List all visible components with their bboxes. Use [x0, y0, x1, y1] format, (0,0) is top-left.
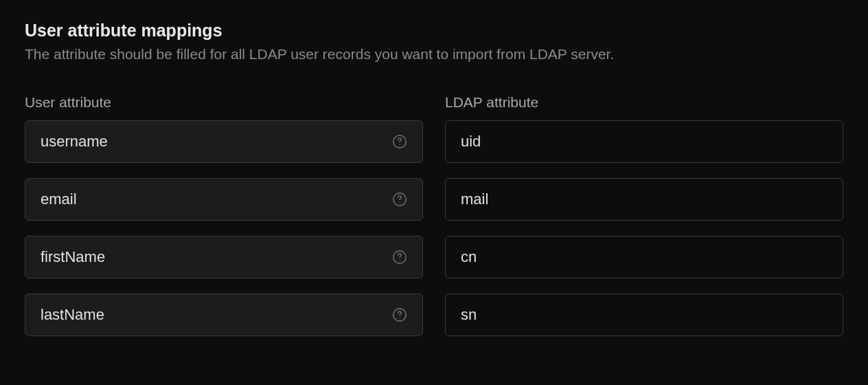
help-icon[interactable] — [392, 134, 407, 149]
svg-point-3 — [399, 202, 400, 203]
user-attribute-field-firstname: firstName — [25, 236, 423, 278]
user-attribute-label: firstName — [41, 248, 392, 266]
ldap-attribute-input[interactable] — [461, 306, 827, 324]
help-icon[interactable] — [392, 250, 407, 265]
mapping-columns: User attribute username email — [25, 94, 843, 351]
ldap-attribute-row — [445, 120, 843, 163]
user-attribute-row: username — [25, 120, 423, 163]
user-attribute-label: email — [41, 190, 392, 208]
ldap-attribute-row — [445, 178, 843, 221]
ldap-attribute-row — [445, 294, 843, 336]
user-attribute-row: lastName — [25, 294, 423, 336]
user-attribute-row: firstName — [25, 236, 423, 278]
section-description: The attribute should be filled for all L… — [25, 46, 843, 63]
svg-point-1 — [399, 144, 400, 145]
user-attribute-row: email — [25, 178, 423, 221]
mappings-section: User attribute mappings The attribute sh… — [25, 21, 843, 351]
user-attribute-field-username: username — [25, 120, 423, 163]
ldap-attribute-column: LDAP attribute — [445, 94, 843, 351]
user-attribute-header: User attribute — [25, 94, 423, 111]
svg-point-7 — [399, 318, 400, 318]
ldap-attribute-row — [445, 236, 843, 278]
ldap-attribute-input[interactable] — [461, 248, 827, 266]
ldap-attribute-input[interactable] — [461, 133, 827, 151]
user-attribute-label: lastName — [41, 306, 392, 324]
ldap-attribute-field-mail — [445, 178, 843, 221]
user-attribute-column: User attribute username email — [25, 94, 423, 351]
user-attribute-field-email: email — [25, 178, 423, 221]
ldap-attribute-header: LDAP attribute — [445, 94, 843, 111]
section-title: User attribute mappings — [25, 21, 843, 41]
ldap-attribute-field-uid — [445, 120, 843, 163]
help-icon[interactable] — [392, 192, 407, 207]
svg-point-5 — [399, 260, 400, 261]
user-attribute-label: username — [41, 133, 392, 151]
help-icon[interactable] — [392, 307, 407, 322]
ldap-attribute-field-cn — [445, 236, 843, 278]
ldap-attribute-field-sn — [445, 294, 843, 336]
user-attribute-field-lastname: lastName — [25, 294, 423, 336]
ldap-attribute-input[interactable] — [461, 190, 827, 208]
